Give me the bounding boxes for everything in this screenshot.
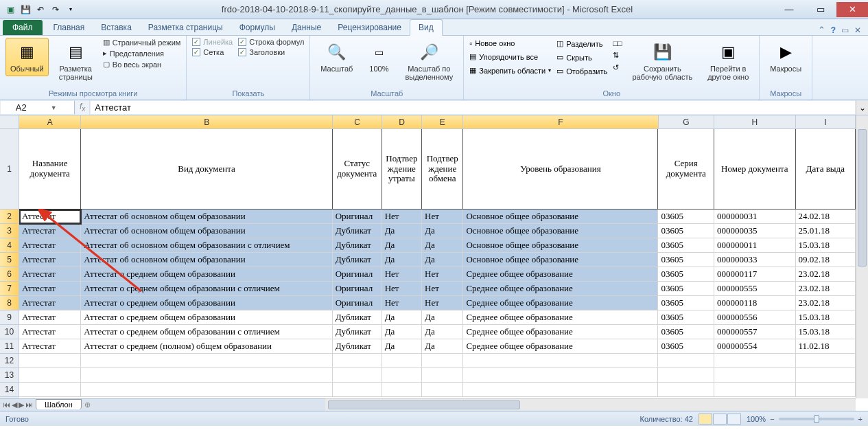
data-cell[interactable]: Нет <box>422 296 463 310</box>
tab-view[interactable]: Вид <box>410 19 443 36</box>
data-cell[interactable] <box>81 383 332 397</box>
column-header[interactable]: F <box>463 115 658 129</box>
page-break-preview-button[interactable]: ▥Страничный режим <box>103 38 181 47</box>
data-cell[interactable] <box>333 354 382 368</box>
column-header[interactable]: C <box>333 115 382 129</box>
data-cell[interactable]: 000000555 <box>714 282 795 296</box>
data-cell[interactable]: 000000118 <box>714 296 795 310</box>
headings-checkbox[interactable]: ✓Заголовки <box>238 48 304 56</box>
normal-view-icon[interactable] <box>699 414 712 425</box>
data-cell[interactable]: Аттестат <box>19 310 81 325</box>
data-cell[interactable] <box>658 354 714 368</box>
data-cell[interactable]: Аттестат о среднем общем образовании с о… <box>81 325 332 339</box>
data-cell[interactable]: Нет <box>422 210 463 224</box>
data-cell[interactable]: Дубликат <box>333 310 382 325</box>
row-header[interactable]: 7 <box>0 282 19 296</box>
data-cell[interactable]: Нет <box>382 267 422 282</box>
data-cell[interactable]: Среднее общее образование <box>463 267 658 282</box>
data-cell[interactable] <box>382 383 422 397</box>
help-icon[interactable]: ? <box>831 25 836 35</box>
column-header[interactable]: A <box>19 115 81 129</box>
custom-views-button[interactable]: ▸Представления <box>103 49 181 58</box>
row-header[interactable]: 5 <box>0 253 19 267</box>
select-all-corner[interactable] <box>0 115 19 129</box>
data-cell[interactable]: Дубликат <box>333 325 382 339</box>
data-cell[interactable]: 25.01.18 <box>796 224 856 238</box>
data-cell[interactable]: 24.02.18 <box>796 210 856 224</box>
row-header[interactable]: 4 <box>0 238 19 253</box>
data-cell[interactable]: Да <box>422 339 463 354</box>
ribbon-minimize-icon[interactable]: ⌃ <box>818 25 825 35</box>
data-cell[interactable]: Оригинал <box>333 210 382 224</box>
row-header[interactable]: 6 <box>0 267 19 282</box>
zoom-thumb[interactable] <box>814 415 819 423</box>
split-button[interactable]: ◫Разделить <box>556 38 607 49</box>
data-cell[interactable] <box>796 354 856 368</box>
data-cell[interactable]: Да <box>382 325 422 339</box>
arrange-all-button[interactable]: ▤Упорядочить все <box>469 51 551 63</box>
data-cell[interactable]: Аттестат <box>19 224 81 238</box>
data-cell[interactable]: Аттестат об основном общем образовании <box>81 210 332 224</box>
data-cell[interactable]: 15.03.18 <box>796 238 856 253</box>
tab-formulas[interactable]: Формулы <box>231 20 283 35</box>
data-cell[interactable] <box>422 383 463 397</box>
tab-page-layout[interactable]: Разметка страницы <box>140 20 231 35</box>
cells-area[interactable]: Название документаВид документаСтатус до… <box>19 129 856 398</box>
data-cell[interactable]: Аттестат <box>19 282 81 296</box>
qat-dropdown-icon[interactable]: ▾ <box>64 3 77 16</box>
row-header[interactable]: 12 <box>0 354 19 368</box>
data-cell[interactable]: Оригинал <box>333 282 382 296</box>
data-cell[interactable]: Среднее общее образование <box>463 310 658 325</box>
data-cell[interactable]: 15.03.18 <box>796 310 856 325</box>
data-cell[interactable]: Да <box>422 325 463 339</box>
data-cell[interactable] <box>463 383 658 397</box>
column-header[interactable]: B <box>81 115 333 129</box>
data-cell[interactable]: Аттестат <box>19 238 81 253</box>
data-cell[interactable]: Нет <box>422 267 463 282</box>
redo-icon[interactable]: ↷ <box>49 3 62 16</box>
data-cell[interactable]: Нет <box>382 282 422 296</box>
header-cell[interactable]: Подтвер ждение обмена <box>422 129 463 210</box>
column-header[interactable]: D <box>382 115 422 129</box>
row-header[interactable]: 11 <box>0 339 19 354</box>
zoom-100-button[interactable]: ▭100% <box>363 38 395 76</box>
data-cell[interactable] <box>19 368 81 383</box>
data-cell[interactable]: Дубликат <box>333 224 382 238</box>
page-layout-view-icon[interactable] <box>713 414 727 425</box>
tab-home[interactable]: Главная <box>45 20 93 35</box>
page-break-view-icon[interactable] <box>727 414 741 425</box>
data-cell[interactable] <box>422 368 463 383</box>
data-cell[interactable]: Среднее общее образование <box>463 296 658 310</box>
data-cell[interactable]: Да <box>422 224 463 238</box>
data-cell[interactable]: Да <box>382 224 422 238</box>
data-cell[interactable]: Основное общее образование <box>463 253 658 267</box>
data-cell[interactable] <box>333 368 382 383</box>
data-cell[interactable]: 03605 <box>658 296 714 310</box>
data-cell[interactable]: Аттестат <box>19 210 81 224</box>
row-header[interactable]: 3 <box>0 224 19 238</box>
header-cell[interactable]: Вид документа <box>81 129 332 210</box>
data-cell[interactable]: Дубликат <box>333 339 382 354</box>
close-button[interactable]: ✕ <box>836 2 868 17</box>
data-cell[interactable]: Да <box>382 253 422 267</box>
data-cell[interactable]: Да <box>382 339 422 354</box>
data-cell[interactable]: Аттестат о среднем общем образовании <box>81 267 332 282</box>
data-cell[interactable] <box>333 383 382 397</box>
data-cell[interactable]: Аттестат об основном общем образовании с… <box>81 238 332 253</box>
data-cell[interactable]: 03605 <box>658 339 714 354</box>
sheet-tab[interactable]: Шаблон <box>36 399 82 409</box>
data-cell[interactable]: 03605 <box>658 210 714 224</box>
zoom-out-icon[interactable]: − <box>770 415 774 423</box>
data-cell[interactable]: 000000011 <box>714 238 795 253</box>
data-cell[interactable]: Аттестат о среднем общем образовании <box>81 296 332 310</box>
header-cell[interactable]: Название документа <box>19 129 81 210</box>
scrollbar-thumb[interactable] <box>328 400 520 409</box>
row-header[interactable]: 8 <box>0 296 19 310</box>
data-cell[interactable]: Дубликат <box>333 238 382 253</box>
data-cell[interactable] <box>658 383 714 397</box>
doc-restore-button[interactable]: ▭ <box>841 25 849 35</box>
switch-windows-button[interactable]: ▣Перейти в другое окно <box>703 38 753 84</box>
data-cell[interactable]: Аттестат о среднем общем образовании с о… <box>81 282 332 296</box>
data-cell[interactable]: 000000554 <box>714 339 795 354</box>
data-cell[interactable]: Да <box>382 238 422 253</box>
